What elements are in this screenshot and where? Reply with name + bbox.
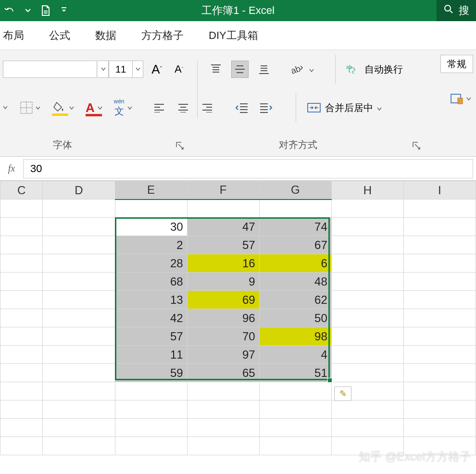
cell[interactable]	[331, 273, 403, 291]
cell[interactable]: 42	[115, 309, 187, 327]
cell[interactable]: 57	[187, 236, 259, 254]
cell[interactable]	[259, 382, 331, 400]
decrease-indent-button[interactable]	[233, 99, 251, 116]
phonetic-button[interactable]: wén文	[114, 98, 132, 118]
cell[interactable]	[0, 419, 43, 437]
cell[interactable]	[0, 309, 43, 327]
fill-color-button[interactable]	[52, 100, 74, 115]
cell[interactable]	[43, 346, 115, 364]
search-box[interactable]: 搜	[437, 0, 476, 21]
cell[interactable]: 6	[259, 254, 331, 273]
font-color-button[interactable]: A	[86, 100, 102, 115]
cell[interactable]	[43, 327, 115, 346]
cell[interactable]	[187, 437, 259, 455]
cell[interactable]	[403, 236, 476, 254]
cell[interactable]	[403, 273, 476, 291]
column-header[interactable]: I	[403, 181, 476, 200]
cell[interactable]: 51	[259, 364, 331, 382]
cell[interactable]	[403, 254, 476, 273]
cell[interactable]: 47	[187, 218, 259, 236]
cell[interactable]: 67	[259, 236, 331, 254]
cell[interactable]	[403, 346, 476, 364]
cell[interactable]	[403, 309, 476, 327]
cell[interactable]: 68	[115, 273, 187, 291]
cell[interactable]	[403, 419, 476, 437]
column-header[interactable]: G	[259, 181, 331, 200]
spreadsheet-grid[interactable]: CDEFGHI304774257672816668948136962429650…	[0, 181, 476, 455]
cell[interactable]	[403, 400, 476, 419]
ribbon-tab[interactable]: DIY工具箱	[209, 28, 258, 43]
formula-input[interactable]	[23, 159, 473, 178]
cell[interactable]	[0, 200, 43, 218]
cell[interactable]	[331, 236, 403, 254]
cell[interactable]	[0, 254, 43, 273]
cell[interactable]	[0, 346, 43, 364]
cell[interactable]	[187, 400, 259, 419]
cell[interactable]	[0, 273, 43, 291]
cell[interactable]	[403, 200, 476, 218]
cell[interactable]: 50	[259, 309, 331, 327]
cell[interactable]	[331, 218, 403, 236]
ribbon-tab[interactable]: 方方格子	[141, 28, 184, 43]
cell[interactable]: 74	[259, 218, 331, 236]
cell[interactable]	[0, 437, 43, 455]
cell[interactable]	[115, 382, 187, 400]
font-misc-dropdown[interactable]	[3, 106, 8, 110]
cell[interactable]	[115, 419, 187, 437]
font-family-input[interactable]	[3, 61, 97, 78]
column-header[interactable]: C	[0, 181, 43, 200]
cell[interactable]: 59	[115, 364, 187, 382]
cell[interactable]	[0, 382, 43, 400]
cell[interactable]: 97	[187, 346, 259, 364]
font-size-input[interactable]	[109, 61, 133, 78]
cell[interactable]	[43, 364, 115, 382]
cell[interactable]	[43, 309, 115, 327]
cell[interactable]	[0, 364, 43, 382]
cell[interactable]	[43, 437, 115, 455]
cell[interactable]	[115, 200, 187, 218]
ribbon-tab[interactable]: 布局	[3, 28, 24, 43]
accounting-format-button[interactable]	[450, 92, 471, 105]
cell[interactable]: 62	[259, 291, 331, 309]
cell[interactable]	[187, 419, 259, 437]
cell[interactable]	[331, 200, 403, 218]
borders-button[interactable]	[19, 100, 40, 115]
cell[interactable]	[43, 382, 115, 400]
cell[interactable]	[259, 419, 331, 437]
align-bottom-button[interactable]	[255, 61, 273, 78]
cell[interactable]	[331, 364, 403, 382]
cell[interactable]: 30	[115, 218, 187, 236]
cell[interactable]	[331, 327, 403, 346]
cell[interactable]: 98	[259, 327, 331, 346]
ribbon-tab[interactable]: 公式	[49, 28, 70, 43]
merge-center-button[interactable]: 合并后居中	[307, 101, 382, 114]
cell[interactable]: 11	[115, 346, 187, 364]
undo-icon[interactable]	[4, 4, 16, 17]
cell[interactable]: 13	[115, 291, 187, 309]
cell[interactable]	[43, 291, 115, 309]
cell[interactable]: 96	[187, 309, 259, 327]
cell[interactable]	[0, 218, 43, 236]
font-dialog-launcher[interactable]	[175, 141, 186, 151]
cell[interactable]: 9	[187, 273, 259, 291]
cell[interactable]: 2	[115, 236, 187, 254]
cell[interactable]: 28	[115, 254, 187, 273]
align-left-button[interactable]	[150, 99, 168, 116]
column-header[interactable]: D	[43, 181, 115, 200]
cell[interactable]: 16	[187, 254, 259, 273]
number-format-select[interactable]: 常规	[440, 55, 473, 73]
cell[interactable]	[403, 364, 476, 382]
cell[interactable]: 69	[187, 291, 259, 309]
align-dialog-launcher[interactable]	[412, 141, 422, 151]
cell[interactable]	[331, 400, 403, 419]
orientation-button[interactable]: ab	[291, 63, 314, 75]
increase-font-button[interactable]: Aˆ	[148, 60, 165, 79]
paste-options-button[interactable]: ✎	[334, 387, 351, 401]
cell[interactable]	[115, 437, 187, 455]
align-top-button[interactable]	[207, 61, 225, 78]
cell[interactable]: 70	[187, 327, 259, 346]
cell[interactable]	[331, 419, 403, 437]
cell[interactable]	[0, 236, 43, 254]
align-right-button[interactable]	[199, 99, 216, 116]
cell[interactable]	[43, 400, 115, 419]
